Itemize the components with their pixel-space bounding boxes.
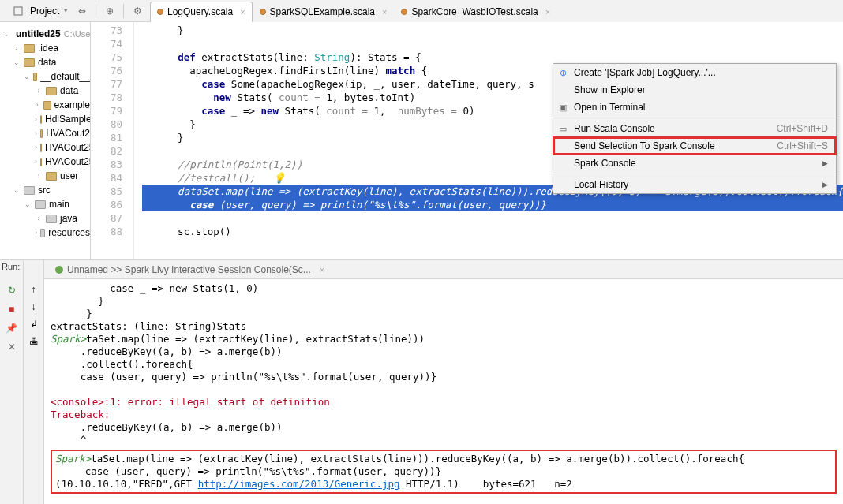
expand-icon[interactable]: › xyxy=(35,129,37,137)
menu-item-label: Spark Console xyxy=(574,158,636,169)
tree-root[interactable]: ⌄ untitled25 C:\Users\v- xyxy=(0,27,90,41)
project-label: Project xyxy=(30,6,59,17)
url-link[interactable]: http://images.com/2013/Generic.jpg xyxy=(198,478,400,490)
folder-icon xyxy=(46,172,57,181)
expand-icon[interactable]: › xyxy=(35,172,43,180)
expand-icon[interactable]: › xyxy=(35,215,43,222)
tree-item[interactable]: ›data xyxy=(0,84,90,98)
run-label: Run: xyxy=(2,262,20,271)
tree-label: example xyxy=(54,99,90,110)
tree-label: HVACout2569 xyxy=(45,156,91,167)
expand-icon[interactable]: › xyxy=(35,101,40,109)
run-status-icon xyxy=(55,266,63,274)
menu-item-icon: ▭ xyxy=(557,123,568,134)
context-menu: ⊕Create '[Spark Job] LogQuery...'...Show… xyxy=(553,63,837,194)
menu-item-icon: ▣ xyxy=(557,102,568,113)
up-icon[interactable]: ↑ xyxy=(32,284,36,295)
menu-item[interactable]: Spark Console▶ xyxy=(553,155,836,172)
down-icon[interactable]: ↓ xyxy=(32,301,36,312)
tree-item[interactable]: ›HdiSamples xyxy=(0,112,90,126)
folder-icon xyxy=(24,44,35,53)
dropdown-arrow-icon: ▼ xyxy=(62,7,69,14)
tree-label: data xyxy=(38,57,56,68)
stop-icon[interactable]: ■ xyxy=(6,303,18,315)
tree-item[interactable]: ›example xyxy=(0,98,90,112)
expand-icon[interactable]: ⌄ xyxy=(24,73,30,80)
tab-label: SparkCore_WasbIOTest.scala xyxy=(411,6,538,17)
chevron-right-icon: ▶ xyxy=(822,159,828,167)
tree-item[interactable]: ⌄__default__ xyxy=(0,69,90,84)
close-icon[interactable]: × xyxy=(320,265,324,274)
console-output[interactable]: case _ => new Stats(1, 0) } } extractSta… xyxy=(44,279,843,504)
folder-icon xyxy=(33,73,37,81)
scala-file-icon xyxy=(260,9,266,15)
menu-item-label: Send Selection To Spark Console xyxy=(574,140,715,151)
svg-rect-0 xyxy=(14,7,22,15)
folder-icon xyxy=(46,215,57,223)
tab-sparkcore[interactable]: SparkCore_WasbIOTest.scala × xyxy=(394,2,557,22)
menu-item-label: Local History xyxy=(574,179,628,190)
menu-item[interactable]: ▣Open in Terminal xyxy=(553,99,836,116)
run-tab[interactable]: Unnamed >> Spark Livy Interactive Sessio… xyxy=(51,263,329,277)
expand-icon[interactable]: ⌄ xyxy=(24,200,32,208)
scala-file-icon xyxy=(157,9,163,15)
divider xyxy=(123,4,124,18)
close-icon[interactable]: ✕ xyxy=(6,341,18,353)
tree-item[interactable]: ⌄main xyxy=(0,197,90,211)
expand-icon[interactable]: › xyxy=(35,144,37,151)
tree-label: __default__ xyxy=(40,71,90,82)
chevron-right-icon: ▶ xyxy=(822,181,828,189)
menu-shortcut: Ctrl+Shift+S xyxy=(777,140,828,151)
collapse-icon[interactable]: ⇔ xyxy=(77,6,88,17)
menu-item[interactable]: ⊕Create '[Spark Job] LogQuery...'... xyxy=(553,64,836,81)
print-icon[interactable]: 🖶 xyxy=(29,336,39,347)
tree-label: HVACout2 xyxy=(46,128,90,139)
menu-shortcut: Ctrl+Shift+D xyxy=(777,123,828,134)
tree-item[interactable]: ›HVACout2569 xyxy=(0,155,90,169)
tree-item[interactable]: ⌄data xyxy=(0,55,90,69)
expand-icon[interactable]: › xyxy=(35,158,37,166)
folder-icon xyxy=(24,186,35,195)
expand-icon[interactable]: ⌄ xyxy=(3,30,9,38)
expand-icon[interactable]: ⌄ xyxy=(13,58,21,66)
project-dropdown[interactable]: Project ▼ xyxy=(5,4,73,18)
expand-icon[interactable]: › xyxy=(35,115,37,123)
tree-label: data xyxy=(60,85,78,96)
menu-separator xyxy=(553,118,836,118)
expand-icon[interactable]: › xyxy=(13,44,21,52)
menu-item-label: Show in Explorer xyxy=(574,84,646,95)
close-icon[interactable]: × xyxy=(382,7,387,17)
tree-item[interactable]: ⌄src xyxy=(0,183,90,197)
tree-item[interactable]: ›HVACout2 xyxy=(0,126,90,140)
tree-item[interactable]: ›.idea xyxy=(0,41,90,55)
tab-sparksql[interactable]: SparkSQLExample.scala × xyxy=(253,2,395,22)
folder-icon xyxy=(35,200,46,209)
tree-item[interactable]: ›user xyxy=(0,169,90,183)
menu-item[interactable]: Send Selection To Spark ConsoleCtrl+Shif… xyxy=(553,137,836,155)
folder-icon xyxy=(40,144,42,152)
rerun-icon[interactable]: ↻ xyxy=(6,284,18,297)
folder-icon xyxy=(40,129,43,138)
tree-item[interactable]: ›resources xyxy=(0,226,90,240)
menu-item[interactable]: Local History▶ xyxy=(553,176,836,193)
close-icon[interactable]: × xyxy=(545,7,550,17)
tree-item[interactable]: ›java xyxy=(0,211,90,226)
run-tab-label: Unnamed >> Spark Livy Interactive Sessio… xyxy=(67,264,311,275)
expand-icon[interactable]: › xyxy=(35,87,43,95)
menu-item[interactable]: Show in Explorer xyxy=(553,81,836,99)
run-panel: Run: ↻ ■ 📌 ✕ ↑ ↓ ↲ 🖶 Unnamed >> Spark Li… xyxy=(0,259,843,504)
wrap-icon[interactable]: ↲ xyxy=(30,319,38,330)
gear-icon[interactable]: ⚙ xyxy=(132,6,143,17)
editor-tabs: LogQuery.scala × SparkSQLExample.scala ×… xyxy=(150,0,843,22)
menu-item[interactable]: ▭Run Scala ConsoleCtrl+Shift+D xyxy=(553,120,836,137)
expand-icon[interactable]: ⌄ xyxy=(13,186,21,194)
tree-item[interactable]: ›HVACout256 xyxy=(0,140,90,155)
tab-logquery[interactable]: LogQuery.scala × xyxy=(150,2,253,22)
expand-icon[interactable]: › xyxy=(35,229,37,237)
pin-icon[interactable]: 📌 xyxy=(6,322,18,334)
menu-separator xyxy=(553,174,836,174)
close-icon[interactable]: × xyxy=(240,7,245,17)
folder-icon xyxy=(43,101,51,110)
run-gutter-left-2: ↑ ↓ ↲ 🖶 xyxy=(24,260,44,504)
target-icon[interactable]: ⊕ xyxy=(104,6,115,17)
